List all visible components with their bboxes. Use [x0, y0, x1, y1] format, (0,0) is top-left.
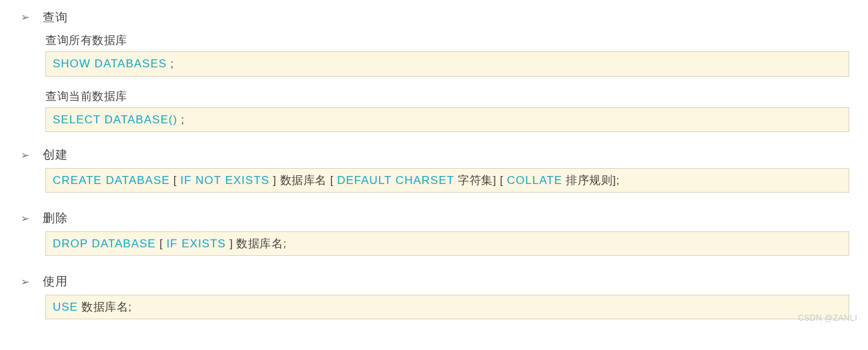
bullet-icon: ➢: [19, 211, 31, 226]
section-query-body: 查询所有数据库 SHOW DATABASES ; 查询当前数据库 SELECT …: [45, 33, 849, 132]
code-keyword: SELECT DATABASE(): [53, 113, 177, 126]
section-title-create: 创建: [43, 147, 68, 163]
section-use-head: ➢ 使用: [19, 273, 849, 290]
section-title-use: 使用: [43, 273, 68, 290]
code-drop-database: DROP DATABASE [ IF EXISTS ] 数据库名;: [45, 231, 849, 257]
code-text: ;: [167, 57, 173, 70]
section-create-body: CREATE DATABASE [ IF NOT EXISTS ] 数据库名 […: [45, 168, 849, 193]
query-current-label: 查询当前数据库: [45, 89, 849, 105]
code-text: 数据库名;: [78, 301, 131, 313]
section-use-body: USE 数据库名;: [45, 295, 849, 320]
code-keyword: DEFAULT CHARSET: [337, 174, 454, 187]
code-show-databases: SHOW DATABASES ;: [45, 51, 849, 77]
code-keyword: CREATE DATABASE: [53, 174, 170, 187]
code-select-database: SELECT DATABASE() ;: [45, 107, 849, 133]
code-keyword: IF EXISTS: [166, 237, 226, 250]
code-keyword: IF NOT EXISTS: [180, 174, 270, 187]
code-create-database: CREATE DATABASE [ IF NOT EXISTS ] 数据库名 […: [45, 168, 849, 193]
code-text: ] 数据库名 [: [270, 174, 337, 187]
bullet-icon: ➢: [19, 275, 31, 289]
section-create-head: ➢ 创建: [19, 147, 849, 163]
code-keyword: USE: [53, 301, 78, 313]
code-text: 字符集] [: [454, 174, 507, 187]
code-text: 排序规则];: [562, 174, 620, 187]
section-title-drop: 删除: [43, 210, 68, 227]
watermark-text: CSDN @ZANLI: [798, 313, 857, 324]
code-text: [: [170, 174, 181, 187]
code-keyword: DROP DATABASE: [53, 237, 156, 250]
code-text: [: [156, 237, 167, 250]
query-all-label: 查询所有数据库: [45, 33, 849, 49]
code-text: ;: [177, 113, 184, 126]
code-use-database: USE 数据库名;: [45, 295, 849, 320]
bullet-icon: ➢: [19, 148, 31, 163]
document-page: { "sections":{ "query":{ "title":"查询", "…: [0, 0, 868, 327]
code-text: ] 数据库名;: [226, 237, 287, 250]
bullet-icon: ➢: [19, 10, 31, 25]
section-drop-head: ➢ 删除: [19, 210, 849, 227]
section-drop-body: DROP DATABASE [ IF EXISTS ] 数据库名;: [45, 231, 849, 257]
section-query-head: ➢ 查询: [19, 9, 849, 26]
code-keyword: COLLATE: [507, 174, 562, 187]
code-keyword: SHOW DATABASES: [53, 57, 167, 70]
section-title-query: 查询: [43, 9, 68, 26]
